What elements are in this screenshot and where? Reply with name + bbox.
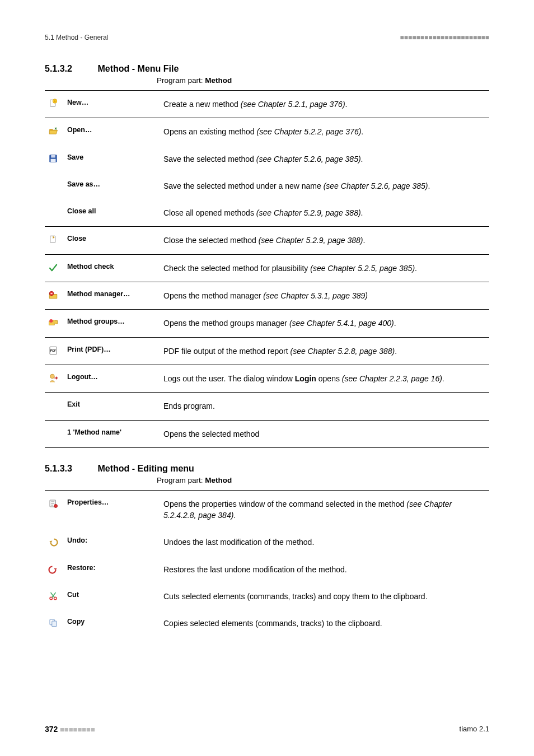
menu-item-label: New… bbox=[64, 91, 160, 118]
menu-item-description: Ends program. bbox=[160, 393, 489, 420]
header-left: 5.1 Method - General bbox=[45, 34, 108, 41]
menu-item-description: Save the selected method under a new nam… bbox=[160, 172, 489, 199]
blank-icon bbox=[45, 172, 64, 199]
open-icon bbox=[45, 118, 64, 146]
table-row: Open…Opens an existing method (see Chapt… bbox=[45, 118, 489, 146]
restore-icon bbox=[45, 556, 64, 583]
table-row: Method manager…Opens the method manager … bbox=[45, 282, 489, 310]
undo-icon bbox=[45, 529, 64, 556]
new-icon bbox=[45, 91, 64, 118]
menu-item-label: Save as… bbox=[64, 172, 160, 199]
menu-item-label: Save bbox=[64, 146, 160, 172]
menu-item-description: Opens an existing method (see Chapter 5.… bbox=[160, 118, 489, 146]
footer-right: tiamo 2.1 bbox=[460, 725, 489, 734]
cut-icon bbox=[45, 583, 64, 610]
manager-icon bbox=[45, 282, 64, 310]
menu-item-label: Method groups… bbox=[64, 310, 160, 337]
menu-item-label: Logout… bbox=[64, 365, 160, 392]
menu-item-description: Copies selected elements (commands, trac… bbox=[160, 610, 489, 637]
table-row: Properties…Opens the properties window o… bbox=[45, 490, 489, 529]
table-row: Save as…Save the selected method under a… bbox=[45, 172, 489, 199]
blank-icon bbox=[45, 420, 64, 447]
menu-item-label: Restore: bbox=[64, 556, 160, 583]
groups-icon bbox=[45, 310, 64, 337]
menu-item-description: Logs out the user. The dialog window Log… bbox=[160, 365, 489, 392]
program-part-file: Program part: Method bbox=[157, 76, 489, 85]
table-row: ExitEnds program. bbox=[45, 393, 489, 420]
check-icon bbox=[45, 254, 64, 282]
save-icon bbox=[45, 146, 64, 172]
table-row: Close allClose all opened methods (see C… bbox=[45, 199, 489, 227]
menu-item-label: Method manager… bbox=[64, 282, 160, 310]
svg-rect-7 bbox=[51, 293, 53, 294]
menu-item-label: Undo: bbox=[64, 529, 160, 556]
blank-icon bbox=[45, 199, 64, 227]
page-number: 372 ■■■■■■■■ bbox=[45, 725, 95, 734]
menu-item-description: Undoes the last modification of the meth… bbox=[160, 529, 489, 556]
svg-rect-5 bbox=[50, 236, 55, 243]
section-edit-heading: 5.1.3.3 Method - Editing menu bbox=[45, 464, 489, 474]
edit-menu-table: Properties…Opens the properties window o… bbox=[45, 490, 489, 637]
file-menu-table: New…Create a new method (see Chapter 5.2… bbox=[45, 90, 489, 448]
table-row: 1 'Method name'Opens the selected method bbox=[45, 420, 489, 447]
table-row: PDFPrint (PDF)…PDF file output of the me… bbox=[45, 337, 489, 365]
table-row: CutCuts selected elements (commands, tra… bbox=[45, 583, 489, 610]
program-part-edit: Program part: Method bbox=[157, 476, 489, 484]
svg-point-13 bbox=[54, 504, 58, 507]
menu-item-description: Opens the method groups manager (see Cha… bbox=[160, 310, 489, 337]
menu-item-description: Opens the properties window of the comma… bbox=[160, 490, 489, 529]
table-row: New…Create a new method (see Chapter 5.2… bbox=[45, 91, 489, 118]
table-row: Undo:Undoes the last modification of the… bbox=[45, 529, 489, 556]
section-file-number: 5.1.3.2 bbox=[45, 64, 95, 74]
svg-point-11 bbox=[50, 374, 55, 379]
pdf-icon: PDF bbox=[45, 337, 64, 365]
section-edit-number: 5.1.3.3 bbox=[45, 464, 95, 474]
table-row: CopyCopies selected elements (commands, … bbox=[45, 610, 489, 637]
logout-icon bbox=[45, 365, 64, 392]
table-row: Method groups…Opens the method groups ma… bbox=[45, 310, 489, 337]
copy-icon bbox=[45, 610, 64, 637]
table-row: Method checkCheck the selected method fo… bbox=[45, 254, 489, 282]
menu-item-label: Close all bbox=[64, 199, 160, 227]
table-row: Restore:Restores the last undone modific… bbox=[45, 556, 489, 583]
menu-item-description: PDF file output of the method report (se… bbox=[160, 337, 489, 365]
menu-item-label: Copy bbox=[64, 610, 160, 637]
menu-item-description: Close all opened methods (see Chapter 5.… bbox=[160, 199, 489, 227]
blank-icon bbox=[45, 393, 64, 420]
section-edit-title: Method - Editing menu bbox=[97, 464, 194, 473]
svg-rect-4 bbox=[51, 158, 56, 161]
table-row: SaveSave the selected method (see Chapte… bbox=[45, 146, 489, 172]
menu-item-description: Save the selected method (see Chapter 5.… bbox=[160, 146, 489, 172]
menu-item-description: Close the selected method (see Chapter 5… bbox=[160, 227, 489, 254]
menu-item-label: 1 'Method name' bbox=[64, 420, 160, 447]
section-file-heading: 5.1.3.2 Method - Menu File bbox=[45, 64, 489, 74]
header-ornament: ■■■■■■■■■■■■■■■■■■■■■■ bbox=[400, 34, 489, 41]
properties-icon bbox=[45, 490, 64, 529]
menu-item-description: Restores the last undone modification of… bbox=[160, 556, 489, 583]
running-header: 5.1 Method - General ■■■■■■■■■■■■■■■■■■■… bbox=[45, 34, 489, 41]
svg-rect-3 bbox=[51, 155, 55, 158]
section-file-title: Method - Menu File bbox=[97, 64, 179, 73]
svg-point-8 bbox=[49, 319, 53, 323]
table-row: Logout…Logs out the user. The dialog win… bbox=[45, 365, 489, 392]
menu-item-label: Print (PDF)… bbox=[64, 337, 160, 365]
menu-item-description: Cuts selected elements (commands, tracks… bbox=[160, 583, 489, 610]
svg-text:PDF: PDF bbox=[50, 349, 57, 352]
menu-item-description: Check the selected method for plausibili… bbox=[160, 254, 489, 282]
menu-item-description: Create a new method (see Chapter 5.2.1, … bbox=[160, 91, 489, 118]
page-footer: 372 ■■■■■■■■ tiamo 2.1 bbox=[45, 725, 489, 734]
menu-item-label: Method check bbox=[64, 254, 160, 282]
menu-item-label: Close bbox=[64, 227, 160, 254]
svg-rect-17 bbox=[52, 621, 57, 627]
menu-item-description: Opens the selected method bbox=[160, 420, 489, 447]
table-row: CloseClose the selected method (see Chap… bbox=[45, 227, 489, 254]
menu-item-description: Opens the method manager (see Chapter 5.… bbox=[160, 282, 489, 310]
menu-item-label: Cut bbox=[64, 583, 160, 610]
close-icon bbox=[45, 227, 64, 254]
menu-item-label: Exit bbox=[64, 393, 160, 420]
menu-item-label: Open… bbox=[64, 118, 160, 146]
menu-item-label: Properties… bbox=[64, 490, 160, 529]
